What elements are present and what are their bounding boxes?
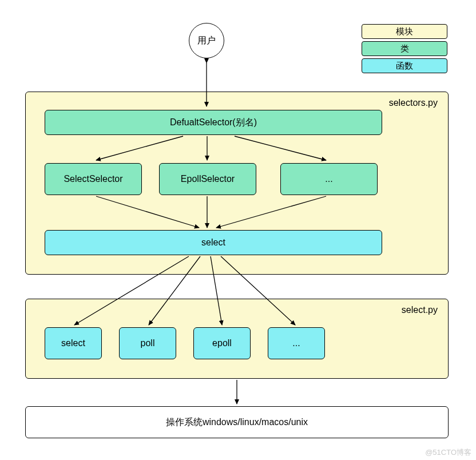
ellipsis-selector-class: ... <box>280 163 378 195</box>
default-selector-label: DefualtSelector(别名) <box>170 117 257 129</box>
legend-class: 类 <box>362 41 447 56</box>
epoll-func: epoll <box>193 327 251 359</box>
watermark: @51CTO博客 <box>425 447 471 458</box>
select-func-label: select <box>61 338 85 348</box>
os-label: 操作系统windows/linux/macos/unix <box>166 417 308 429</box>
select-module-filename: select.py <box>402 305 438 315</box>
legend-function: 函数 <box>362 58 447 73</box>
os-box: 操作系统windows/linux/macos/unix <box>25 406 449 438</box>
ellipsis-func-label: ... <box>292 338 300 348</box>
legend-module: 模块 <box>362 24 447 39</box>
selectors-select-label: select <box>201 237 225 248</box>
epoll-func-label: epoll <box>212 338 232 348</box>
selectors-select-function: select <box>45 230 382 255</box>
epoll-selector-label: EpollSelector <box>181 174 235 184</box>
ellipsis-func: ... <box>268 327 325 359</box>
legend-class-label: 类 <box>400 43 409 54</box>
legend-module-label: 模块 <box>396 26 413 37</box>
poll-func: poll <box>119 327 176 359</box>
legend-function-label: 函数 <box>396 61 413 72</box>
ellipsis-selector-label: ... <box>325 174 332 184</box>
diagram-stage: 模块 类 函数 用户 selectors.py DefualtSelector(… <box>0 0 476 460</box>
select-selector-class: SelectSelector <box>45 163 142 195</box>
select-func: select <box>45 327 102 359</box>
selectors-module-filename: selectors.py <box>389 98 438 108</box>
select-selector-label: SelectSelector <box>64 174 122 184</box>
user-circle: 用户 <box>189 23 224 58</box>
user-label: 用户 <box>197 35 216 47</box>
epoll-selector-class: EpollSelector <box>159 163 256 195</box>
default-selector-class: DefualtSelector(别名) <box>45 110 382 135</box>
poll-func-label: poll <box>141 338 155 348</box>
